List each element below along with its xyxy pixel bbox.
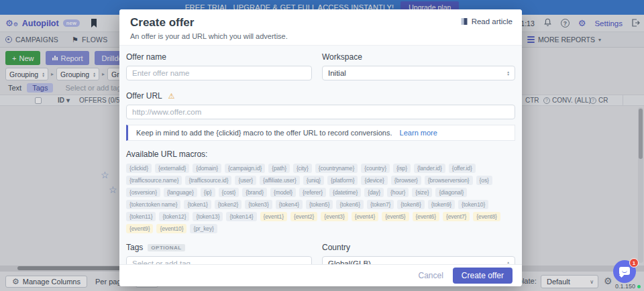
macro-chip[interactable]: {event7} xyxy=(443,212,470,221)
workspace-label: Workspace xyxy=(322,52,515,62)
macro-chip[interactable]: {trafficsource.id} xyxy=(185,176,231,185)
modal-header: Create offer An offer is your ad URL whi… xyxy=(119,9,522,45)
macro-chip[interactable]: {token14} xyxy=(226,212,256,221)
macro-chip[interactable]: {token9} xyxy=(428,200,455,209)
macro-chip[interactable]: {event2} xyxy=(290,212,317,221)
macro-chip[interactable]: {token6} xyxy=(336,200,363,209)
macro-chip[interactable]: {token13} xyxy=(193,212,223,221)
macro-chip[interactable]: {diagonal} xyxy=(435,188,467,197)
macro-chip[interactable]: {os} xyxy=(476,176,492,185)
macro-chip[interactable]: {event10} xyxy=(156,224,186,233)
macro-chip[interactable]: {device} xyxy=(361,176,387,185)
book-icon xyxy=(460,17,468,25)
macro-chip[interactable]: {domain} xyxy=(193,164,221,173)
macro-chip[interactable]: {countryname} xyxy=(315,164,358,173)
optional-badge: OPTIONAL xyxy=(148,244,184,251)
chat-bubble-icon xyxy=(619,267,630,275)
macro-chip[interactable]: {event8} xyxy=(473,212,500,221)
macro-chip[interactable]: {country} xyxy=(361,164,390,173)
macro-chip[interactable]: {token:token name} xyxy=(126,200,180,209)
macro-chip[interactable]: {event3} xyxy=(321,212,347,221)
macro-chip[interactable]: {cost} xyxy=(219,188,239,197)
macro-chip[interactable]: {city} xyxy=(293,164,312,173)
macro-chip[interactable]: {token4} xyxy=(276,200,303,209)
chat-unread-badge: 1 xyxy=(629,258,639,268)
macro-chip[interactable]: {uniq} xyxy=(303,176,324,185)
macro-chip[interactable]: {model} xyxy=(270,188,296,197)
macro-chip[interactable]: {event4} xyxy=(352,212,378,221)
macro-chip[interactable]: {token5} xyxy=(306,200,333,209)
macro-chip[interactable]: {lander.id} xyxy=(414,164,445,173)
macro-chip[interactable]: {event5} xyxy=(382,212,409,221)
warning-icon: ⚠ xyxy=(168,92,175,100)
macro-chip[interactable]: {token1} xyxy=(184,200,211,209)
macro-chip[interactable]: {user} xyxy=(235,176,256,185)
macro-chip[interactable]: {datetime} xyxy=(329,188,361,197)
status-dot xyxy=(637,285,641,288)
macro-chip[interactable]: {hour} xyxy=(387,188,409,197)
macro-chip[interactable]: {path} xyxy=(268,164,290,173)
macro-chip[interactable]: {event6} xyxy=(413,212,439,221)
modal-footer: Cancel Create offer xyxy=(119,264,522,286)
macros-label: Available URL macros: xyxy=(126,150,515,159)
macro-chip[interactable]: {ip} xyxy=(201,188,215,197)
macro-chip-list: {clickid}{externalid}{domain}{campaign.i… xyxy=(126,164,515,233)
macro-chip[interactable]: {token7} xyxy=(367,200,394,209)
country-label: Country xyxy=(322,243,515,252)
macro-chip[interactable]: {token10} xyxy=(458,200,488,209)
macro-chip[interactable]: {offer.id} xyxy=(449,164,476,173)
offer-name-input[interactable] xyxy=(126,66,312,80)
macro-chip[interactable]: {referer} xyxy=(299,188,326,197)
macro-chip[interactable]: {platform} xyxy=(327,176,358,185)
macro-chip[interactable]: {pr_key} xyxy=(190,224,217,233)
macro-chip[interactable]: {clickid} xyxy=(126,164,152,173)
create-offer-modal: Create offer An offer is your ad URL whi… xyxy=(119,9,522,286)
macro-chip[interactable]: {externalid} xyxy=(155,164,189,173)
macro-chip[interactable]: {size} xyxy=(412,188,432,197)
macro-chip[interactable]: {trafficsource.name} xyxy=(126,176,182,185)
macro-chip[interactable]: {token12} xyxy=(159,212,189,221)
macro-chip[interactable]: {language} xyxy=(164,188,197,197)
version-label: 0.1.150 xyxy=(615,283,641,290)
modal-subtitle: An offer is your ad URL which you will a… xyxy=(130,32,511,40)
read-article-link[interactable]: Read article xyxy=(460,17,513,25)
modal-title: Create offer xyxy=(130,16,511,30)
macro-chip[interactable]: {token2} xyxy=(215,200,241,209)
macro-chip[interactable]: {token11} xyxy=(126,212,156,221)
macro-chip[interactable]: {day} xyxy=(364,188,384,197)
learn-more-link[interactable]: Learn more xyxy=(400,129,437,137)
cancel-button[interactable]: Cancel xyxy=(418,271,443,280)
updown-carets-icon: ▴▾ xyxy=(507,70,509,76)
macro-chip[interactable]: {osversion} xyxy=(126,188,160,197)
macro-chip[interactable]: {isp} xyxy=(393,164,411,173)
clickid-note: Keep in mind to add the {clickid} macro … xyxy=(126,125,515,141)
macro-chip[interactable]: {browserversion} xyxy=(425,176,473,185)
macro-chip[interactable]: {token8} xyxy=(397,200,424,209)
workspace-select[interactable]: Initial ▴▾ xyxy=(322,66,515,80)
offer-url-input[interactable] xyxy=(126,105,515,119)
create-offer-button[interactable]: Create offer xyxy=(453,268,513,284)
macro-chip[interactable]: {campaign.id} xyxy=(225,164,265,173)
macro-chip[interactable]: {browser} xyxy=(391,176,421,185)
macro-chip[interactable]: {affiliate.user} xyxy=(260,176,300,185)
tags-label: Tags xyxy=(126,243,143,252)
modal-body: Offer name Workspace Initial ▴▾ Offer UR… xyxy=(119,45,522,268)
macro-chip[interactable]: {brand} xyxy=(242,188,267,197)
macro-chip[interactable]: {event1} xyxy=(260,212,287,221)
offer-name-label: Offer name xyxy=(126,52,312,62)
macro-chip[interactable]: {event9} xyxy=(126,224,153,233)
chat-widget-button[interactable]: 1 xyxy=(613,260,636,283)
app-window: FREE TRIAL. UPGRADE & GET FULL ACCESS IN… xyxy=(0,0,644,291)
macro-chip[interactable]: {token3} xyxy=(245,200,272,209)
offer-url-label: Offer URL ⚠ xyxy=(126,91,515,101)
